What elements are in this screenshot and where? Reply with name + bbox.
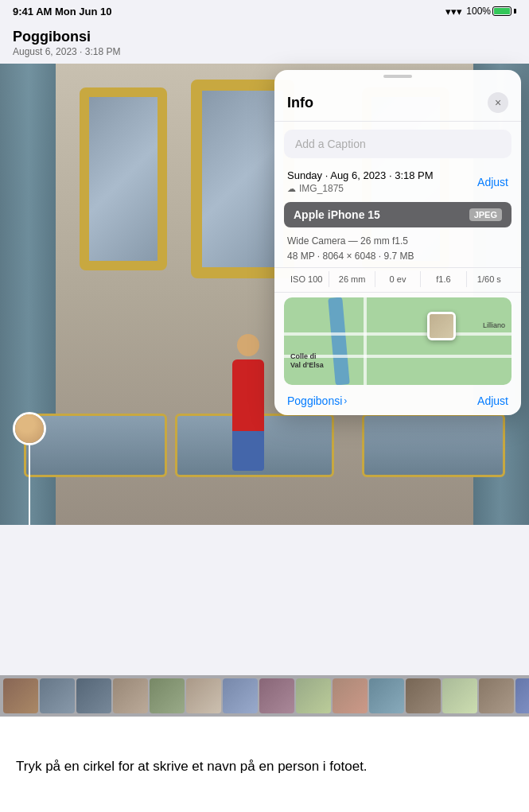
battery-fill [494, 8, 510, 14]
filmstrip-thumb-2[interactable] [40, 678, 75, 713]
filmstrip-thumb-4[interactable] [113, 678, 148, 713]
map-pin-thumbnail [430, 314, 453, 338]
map-area[interactable]: Colle diVal d'Elsa Lilliano [284, 297, 511, 385]
camera-spec-line1: Wide Camera — 26 mm f1.5 [287, 234, 508, 249]
filmstrip-thumb-14[interactable] [479, 678, 514, 713]
photo-filename: ☁ IMG_1875 [287, 183, 434, 194]
bottom-caption-text: Tryk på en cirkel for at skrive et navn … [16, 757, 368, 776]
photo-date: Sunday · Aug 6, 2023 · 3:18 PM [287, 169, 434, 181]
photo-header: Poggibonsi August 6, 2023 · 3:18 PM [0, 22, 529, 64]
camera-spec-line2: 48 MP · 8064 × 6048 · 9.7 MB [287, 249, 508, 264]
map-river [328, 297, 350, 385]
filmstrip-thumb-9[interactable] [296, 678, 331, 713]
photo-title-block: Poggibonsi August 6, 2023 · 3:18 PM [13, 29, 120, 57]
exif-iso: ISO 100 [284, 271, 329, 287]
person-legs [232, 431, 264, 471]
wifi-icon: ▾▾▾ [445, 6, 462, 17]
battery-icon [492, 6, 511, 16]
location-link[interactable]: Poggibonsi › [287, 394, 347, 407]
bottom-caption-area: Tryk på en cirkel for at skrive et navn … [0, 717, 529, 812]
device-name: Apple iPhone 15 [294, 208, 380, 221]
map-background: Colle diVal d'Elsa Lilliano [284, 297, 511, 385]
person-subject [224, 334, 272, 445]
exif-shutter: 1/60 s [467, 271, 511, 287]
filmstrip-thumb-1[interactable] [3, 678, 38, 713]
info-close-button[interactable]: × [488, 92, 508, 113]
filmstrip-thumb-13[interactable] [442, 678, 477, 713]
filmstrip-thumb-6[interactable] [186, 678, 221, 713]
map-road-v1 [364, 297, 367, 385]
caption-field[interactable]: Add a Caption [284, 130, 511, 158]
map-road-h1 [284, 332, 511, 336]
exif-aperture: f1.6 [421, 271, 466, 287]
map-pin [427, 312, 456, 340]
app-wrapper: 9:41 AM Mon Jun 10 ▾▾▾ 100% Poggibonsi A… [0, 0, 529, 812]
filmstrip-thumb-8[interactable] [259, 678, 294, 713]
drag-indicator [383, 75, 412, 78]
map-location-row: Poggibonsi › Adjust [274, 390, 521, 415]
filmstrip[interactable] [0, 675, 529, 717]
location-adjust-link[interactable]: Adjust [477, 394, 508, 407]
caption-placeholder: Add a Caption [295, 138, 366, 150]
person-body [232, 359, 264, 431]
camera-specs: Wide Camera — 26 mm f1.5 48 MP · 8064 × … [274, 231, 521, 267]
close-icon: × [495, 96, 501, 109]
photo-subtitle: August 6, 2023 · 3:18 PM [13, 46, 120, 57]
chevron-right-icon: › [344, 395, 347, 406]
exif-row: ISO 100 26 mm 0 ev f1.6 1/60 s [274, 267, 521, 293]
info-panel: Info × Add a Caption Sunday · Aug 6, 202… [274, 70, 521, 415]
date-adjust-link[interactable]: Adjust [477, 176, 508, 188]
status-time: 9:41 AM Mon Jun 10 [13, 6, 111, 17]
battery-indicator: 100% [466, 6, 516, 17]
filmstrip-thumb-7[interactable] [223, 678, 258, 713]
info-panel-header: Info × [274, 81, 521, 122]
exif-focal: 26 mm [329, 271, 375, 287]
photo-title: Poggibonsi [13, 29, 120, 46]
cloud-icon: ☁ [287, 184, 296, 194]
face-line [29, 445, 30, 525]
status-bar: 9:41 AM Mon Jun 10 ▾▾▾ 100% [0, 0, 529, 22]
battery-percent: 100% [466, 6, 491, 17]
format-badge: JPEG [469, 208, 502, 221]
device-row: Apple iPhone 15 JPEG [284, 202, 511, 227]
map-label-lilliano: Lilliano [483, 321, 505, 329]
filmstrip-thumb-3[interactable] [76, 678, 111, 713]
info-date-row: Sunday · Aug 6, 2023 · 3:18 PM ☁ IMG_187… [274, 166, 521, 197]
filmstrip-thumb-10[interactable] [333, 678, 368, 713]
info-date-text: Sunday · Aug 6, 2023 · 3:18 PM ☁ IMG_187… [287, 169, 434, 194]
filmstrip-thumb-15[interactable] [515, 678, 529, 713]
bottom-caption: Tryk på en cirkel for at skrive et navn … [0, 725, 529, 812]
face-avatar [15, 414, 44, 443]
bench-right [362, 414, 505, 477]
mirror-left [80, 87, 167, 270]
filmstrip-thumb-5[interactable] [150, 678, 185, 713]
map-label-colledival: Colle diVal d'Elsa [290, 352, 324, 370]
info-panel-title: Info [287, 95, 313, 111]
filmstrip-thumb-12[interactable] [406, 678, 441, 713]
battery-tip [514, 9, 516, 14]
exif-ev: 0 ev [375, 271, 421, 287]
face-circle[interactable] [13, 412, 46, 445]
status-icons: ▾▾▾ 100% [445, 6, 516, 17]
filmstrip-thumb-11[interactable] [369, 678, 404, 713]
person-head [237, 334, 259, 356]
